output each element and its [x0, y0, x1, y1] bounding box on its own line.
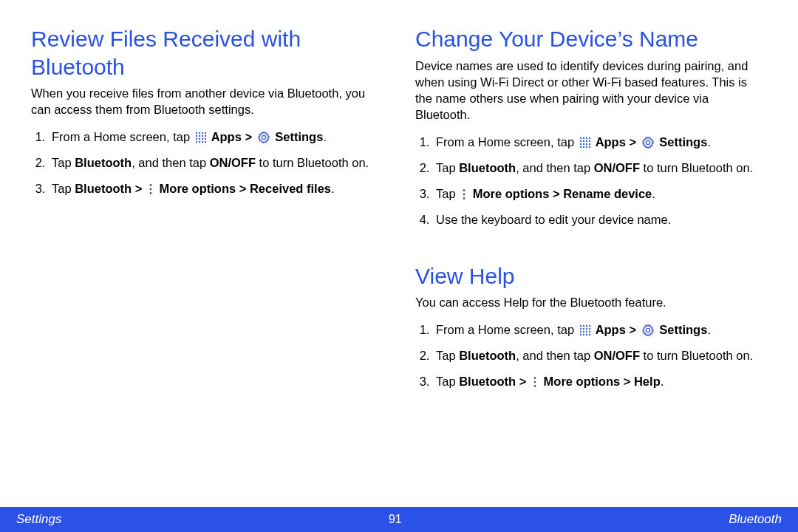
more-options-icon: [462, 188, 466, 200]
apps-icon: [195, 131, 207, 143]
step-text: Tap: [52, 182, 75, 195]
settings-icon: [641, 324, 655, 337]
list-item: From a Home screen, tap Apps > Settings.: [433, 134, 767, 151]
footer-left: Settings: [16, 512, 61, 527]
step-text: From a Home screen, tap: [436, 135, 578, 149]
step-text-bold: Apps >: [593, 135, 640, 149]
step-text: Tap: [436, 375, 459, 388]
step-text: From a Home screen, tap: [52, 130, 194, 143]
step-text-bold: Apps >: [593, 323, 640, 336]
list-item: Tap Bluetooth > More options > Help.: [433, 373, 767, 390]
intro-view-help: You can access Help for the Bluetooth fe…: [415, 294, 767, 310]
step-text-bold: Bluetooth >: [75, 182, 146, 195]
step-text-bold: Bluetooth: [459, 349, 516, 362]
step-text: , and then tap: [132, 156, 210, 169]
step-text-bold: Apps >: [208, 130, 256, 143]
heading-change-name: Change Your Device’s Name: [415, 25, 767, 53]
step-text-bold: ON/OFF: [594, 349, 640, 362]
heading-review-files: Review Files Received with Bluetooth: [31, 25, 383, 81]
intro-review-files: When you receive files from another devi…: [31, 85, 383, 118]
list-item: Tap Bluetooth, and then tap ON/OFF to tu…: [433, 347, 767, 364]
page-body: Review Files Received with Bluetooth Whe…: [0, 0, 798, 507]
list-item: Tap Bluetooth > More options > Received …: [49, 180, 383, 197]
step-text-bold: Settings: [656, 323, 708, 336]
right-column: Change Your Device’s Name Device names a…: [415, 25, 767, 507]
step-text: .: [707, 323, 711, 336]
step-text: Use the keyboard to edit your device nam…: [436, 213, 671, 226]
step-text-bold: Bluetooth: [75, 156, 132, 169]
step-text-bold: Settings: [272, 130, 324, 143]
step-text: From a Home screen, tap: [436, 323, 578, 336]
step-text-bold: Bluetooth >: [459, 375, 530, 388]
list-item: Tap More options > Rename device.: [433, 185, 767, 202]
apps-icon: [579, 324, 591, 335]
list-item: Use the keyboard to edit your device nam…: [433, 211, 767, 228]
step-text: to turn Bluetooth on.: [256, 156, 369, 169]
step-text: Tap: [436, 349, 459, 362]
list-item: Tap Bluetooth, and then tap ON/OFF to tu…: [49, 154, 383, 171]
more-options-icon: [533, 375, 537, 387]
step-text-bold: Bluetooth: [459, 161, 516, 174]
list-item: From a Home screen, tap Apps > Settings.: [433, 321, 767, 338]
intro-change-name: Device names are used to identify device…: [415, 58, 767, 123]
step-text: .: [661, 375, 664, 388]
apps-icon: [579, 136, 591, 148]
settings-icon: [641, 136, 655, 149]
list-item: Tap Bluetooth, and then tap ON/OFF to tu…: [433, 160, 767, 177]
more-options-icon: [149, 183, 153, 194]
step-text-bold: More options > Help: [540, 375, 661, 388]
heading-view-help: View Help: [415, 262, 767, 290]
steps-view-help: From a Home screen, tap Apps > Settings.…: [415, 321, 767, 390]
step-text: Tap: [436, 187, 459, 200]
list-item: From a Home screen, tap Apps > Settings.: [49, 129, 383, 146]
step-text: to turn Bluetooth on.: [640, 161, 753, 174]
step-text: .: [707, 135, 711, 149]
step-text: , and then tap: [516, 161, 594, 174]
settings-icon: [257, 131, 270, 144]
step-text: .: [323, 130, 327, 143]
page-footer: Settings 91 Bluetooth: [0, 507, 798, 532]
left-column: Review Files Received with Bluetooth Whe…: [31, 25, 383, 507]
step-text-bold: More options > Received files: [156, 182, 331, 195]
step-text: .: [331, 182, 335, 195]
step-text: , and then tap: [516, 349, 594, 362]
footer-page-number: 91: [389, 513, 402, 526]
step-text: .: [652, 187, 655, 200]
step-text: to turn Bluetooth on.: [640, 349, 753, 362]
step-text-bold: More options > Rename device: [469, 187, 652, 200]
step-text-bold: ON/OFF: [210, 156, 256, 169]
step-text: Tap: [436, 161, 459, 174]
footer-right: Bluetooth: [729, 512, 782, 527]
steps-change-name: From a Home screen, tap Apps > Settings.…: [415, 134, 767, 228]
step-text-bold: Settings: [656, 135, 708, 149]
step-text: Tap: [52, 156, 75, 169]
step-text-bold: ON/OFF: [594, 161, 640, 174]
steps-review-files: From a Home screen, tap Apps > Settings.…: [31, 129, 383, 197]
